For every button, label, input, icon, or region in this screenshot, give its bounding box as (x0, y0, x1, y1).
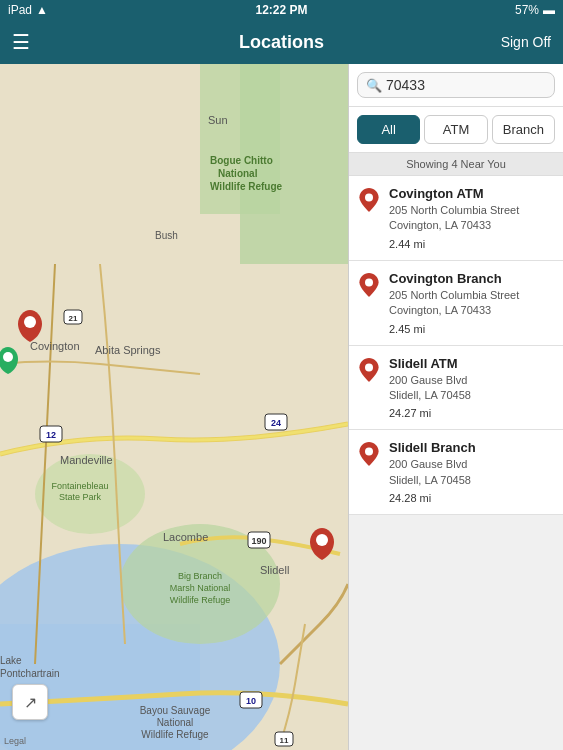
svg-text:24: 24 (271, 418, 281, 428)
status-bar: iPad ▲ 12:22 PM 57% ▬ (0, 0, 563, 20)
location-address: 200 Gause BlvdSlidell, LA 70458 (389, 457, 555, 488)
header: ☰ Locations Sign Off (0, 20, 563, 64)
sign-off-button[interactable]: Sign Off (501, 34, 551, 50)
battery-icon: ▬ (543, 3, 555, 17)
location-pin-icon (357, 442, 381, 466)
location-pin-icon (357, 358, 381, 382)
svg-point-44 (365, 363, 373, 371)
filter-all-button[interactable]: All (357, 115, 420, 144)
right-panel: 🔍 All ATM Branch Showing 4 Near You Covi… (348, 64, 563, 750)
svg-point-40 (3, 352, 13, 362)
location-pin-icon (357, 188, 381, 212)
location-distance: 2.44 mi (389, 238, 555, 250)
map-canvas: 12 24 190 10 11 21 Bogue Chitto National… (0, 64, 348, 750)
svg-text:Fontainebleau: Fontainebleau (51, 481, 108, 491)
svg-text:National: National (218, 168, 258, 179)
search-input[interactable] (386, 77, 561, 93)
svg-text:Wildlife Refuge: Wildlife Refuge (210, 181, 283, 192)
filter-atm-button[interactable]: ATM (424, 115, 487, 144)
menu-icon[interactable]: ☰ (12, 30, 30, 54)
location-distance: 24.27 mi (389, 407, 555, 419)
svg-text:Covington: Covington (30, 340, 80, 352)
svg-text:Pontchartrain: Pontchartrain (0, 668, 59, 679)
svg-text:10: 10 (246, 696, 256, 706)
compass-icon: ↗ (24, 693, 37, 712)
svg-text:11: 11 (280, 736, 289, 745)
search-input-wrapper[interactable]: 🔍 (357, 72, 555, 98)
svg-text:Slidell: Slidell (260, 564, 289, 576)
svg-text:Wildlife Refuge: Wildlife Refuge (170, 595, 231, 605)
svg-point-39 (24, 316, 36, 328)
legal-text: Legal (4, 736, 26, 746)
location-name: Covington Branch (389, 271, 555, 286)
map-section[interactable]: 12 24 190 10 11 21 Bogue Chitto National… (0, 64, 348, 750)
svg-point-43 (365, 278, 373, 286)
location-address: 205 North Columbia StreetCovington, LA 7… (389, 203, 555, 234)
filter-branch-button[interactable]: Branch (492, 115, 555, 144)
compass-button[interactable]: ↗ (12, 684, 48, 720)
svg-point-41 (316, 534, 328, 546)
svg-text:Bogue Chitto: Bogue Chitto (210, 155, 273, 166)
svg-text:Sun: Sun (208, 114, 228, 126)
svg-text:Lacombe: Lacombe (163, 531, 208, 543)
svg-text:National: National (157, 717, 194, 728)
location-name: Slidell ATM (389, 356, 555, 371)
filter-tabs: All ATM Branch (349, 107, 563, 153)
main-layout: 12 24 190 10 11 21 Bogue Chitto National… (0, 64, 563, 750)
location-item[interactable]: Slidell Branch 200 Gause BlvdSlidell, LA… (349, 430, 563, 515)
time-display: 12:22 PM (255, 3, 307, 17)
location-list: Covington ATM 205 North Columbia StreetC… (349, 176, 563, 750)
location-name: Covington ATM (389, 186, 555, 201)
svg-text:Marsh National: Marsh National (170, 583, 231, 593)
svg-text:Mandeville: Mandeville (60, 454, 113, 466)
svg-text:Lake: Lake (0, 655, 22, 666)
battery-label: 57% (515, 3, 539, 17)
location-name: Slidell Branch (389, 440, 555, 455)
carrier-label: iPad (8, 3, 32, 17)
location-info: Slidell ATM 200 Gause BlvdSlidell, LA 70… (389, 356, 555, 420)
location-address: 200 Gause BlvdSlidell, LA 70458 (389, 373, 555, 404)
page-title: Locations (239, 32, 324, 53)
svg-text:190: 190 (251, 536, 266, 546)
svg-text:21: 21 (69, 314, 78, 323)
location-info: Slidell Branch 200 Gause BlvdSlidell, LA… (389, 440, 555, 504)
svg-text:Abita Springs: Abita Springs (95, 344, 161, 356)
location-address: 205 North Columbia StreetCovington, LA 7… (389, 288, 555, 319)
location-info: Covington Branch 205 North Columbia Stre… (389, 271, 555, 335)
svg-text:Bush: Bush (155, 230, 178, 241)
svg-point-45 (365, 448, 373, 456)
search-icon: 🔍 (366, 78, 382, 93)
svg-text:12: 12 (46, 430, 56, 440)
location-item[interactable]: Covington ATM 205 North Columbia StreetC… (349, 176, 563, 261)
svg-text:Wildlife Refuge: Wildlife Refuge (141, 729, 209, 740)
location-info: Covington ATM 205 North Columbia StreetC… (389, 186, 555, 250)
svg-text:Bayou Sauvage: Bayou Sauvage (140, 705, 211, 716)
svg-text:Big Branch: Big Branch (178, 571, 222, 581)
location-item[interactable]: Slidell ATM 200 Gause BlvdSlidell, LA 70… (349, 346, 563, 431)
svg-point-42 (365, 194, 373, 202)
wifi-icon: ▲ (36, 3, 48, 17)
svg-text:State Park: State Park (59, 492, 102, 502)
search-bar: 🔍 (349, 64, 563, 107)
location-pin-icon (357, 273, 381, 297)
location-item[interactable]: Covington Branch 205 North Columbia Stre… (349, 261, 563, 346)
count-label: Showing 4 Near You (349, 153, 563, 176)
location-distance: 2.45 mi (389, 323, 555, 335)
location-distance: 24.28 mi (389, 492, 555, 504)
